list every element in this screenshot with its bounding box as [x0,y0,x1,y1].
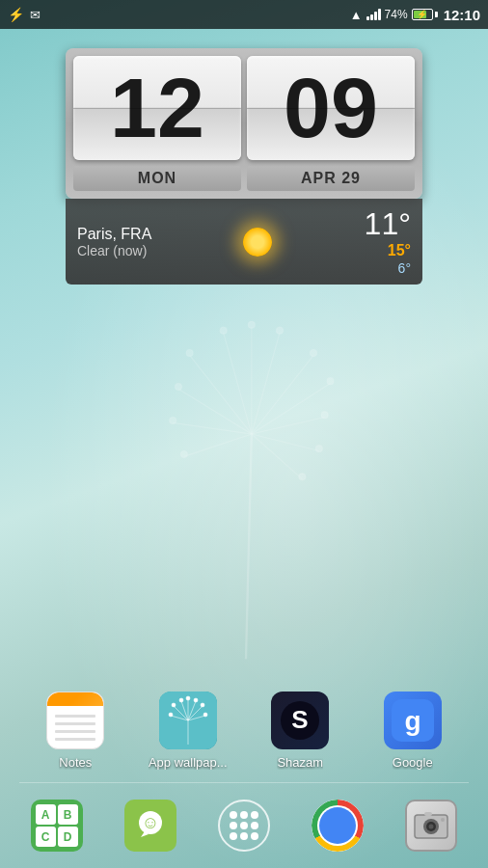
notes-line [55,715,95,718]
svg-point-16 [176,384,182,391]
abc-cell-c: C [36,827,56,847]
svg-point-40 [169,713,173,717]
weather-icon-container [231,215,285,268]
svg-point-51 [429,825,434,829]
weather-widget[interactable]: Paris, FRA Clear (now) 11° 15° 6° [66,199,422,285]
svg-text:S: S [292,705,309,734]
svg-point-38 [203,713,207,717]
abc-cell-a: A [36,804,56,825]
battery-charging-icon: ⚡ [417,10,427,19]
svg-point-18 [170,418,176,424]
svg-rect-52 [424,812,432,816]
notes-app-icon [46,692,104,749]
svg-point-24 [299,474,306,480]
svg-point-30 [179,698,183,702]
grid-dot [251,822,258,829]
clock-minutes-card: 09 [247,56,415,160]
weather-high: 15° [365,242,411,259]
clock-day-date: MON APR 29 [73,166,415,191]
dock-item-chrome[interactable] [312,800,364,852]
wallpaper-thumbnail [159,692,217,749]
svg-point-6 [248,321,255,328]
clock-hours: 12 [110,66,204,150]
google-logo: g [392,699,434,742]
messenger-app-icon: ☺ [124,800,176,852]
svg-point-20 [180,451,187,458]
notes-top-bar [47,692,103,706]
shazam-app-icon: S [271,692,329,749]
date-label: APR 29 [301,170,361,187]
notes-line [55,730,95,733]
grid-dot [251,811,258,819]
grid-dot [230,822,237,829]
dock-item-keyboard[interactable]: A B C D [31,800,83,852]
current-temp-value: 11° [365,206,411,241]
clock-hours-card: 12 [73,56,241,160]
sun-icon [231,215,285,268]
svg-text:☺: ☺ [142,813,159,832]
svg-point-53 [441,818,445,822]
dock-item-messenger[interactable]: ☺ [124,800,176,852]
notes-line [55,738,95,741]
clock-minutes: 09 [284,66,378,150]
weather-location: Paris, FRA Clear (now) [77,226,151,258]
svg-point-34 [194,698,198,702]
shazam-app-label: Shazam [277,755,323,770]
status-left-icons: ⚡ ✉ [8,7,41,22]
wifi-icon: ▲ [350,8,363,22]
shazam-logo: S [279,699,321,742]
messenger-logo: ☺ [133,808,168,843]
app-item-shazam[interactable]: S Shazam [257,692,343,770]
dock-item-camera[interactable] [405,800,457,852]
status-right: ▲ 74% ⚡ 12:10 [350,7,480,23]
dock-item-apps-grid[interactable] [218,800,270,852]
weather-condition: Clear (now) [77,243,151,258]
sun-core [243,228,272,257]
chrome-app-icon [312,800,364,852]
time-display: 12:10 [444,7,480,23]
status-bar: ⚡ ✉ ▲ 74% ⚡ 12:10 [0,0,488,29]
battery-icon: ⚡ [412,9,438,20]
grid-dot [240,822,248,829]
svg-point-2 [186,350,193,357]
app-dock: Notes App wallpap... [0,680,488,781]
keyboard-app-icon: A B C D [31,800,83,852]
app-item-google[interactable]: g Google [369,692,456,770]
date-card: APR 29 [247,166,415,191]
grid-dot [240,832,248,840]
svg-point-10 [311,350,317,357]
grid-dot [240,811,248,819]
svg-point-12 [327,378,334,385]
app-item-wallpaper[interactable]: App wallpap... [145,692,231,770]
svg-line-19 [184,434,252,456]
notes-app-label: Notes [59,755,92,770]
signal-bars [366,9,381,20]
low-temp-value: 6° [398,260,411,276]
notes-line [55,722,95,725]
abc-cell-b: B [58,804,78,825]
high-temp-value: 15° [388,242,411,258]
clock-widget[interactable]: 12 09 MON APR 29 [66,48,422,199]
day-label: MON [138,170,176,187]
svg-text:g: g [404,706,420,736]
svg-point-32 [186,696,190,700]
notes-lines [47,705,103,750]
grid-dot [251,832,258,840]
svg-point-8 [277,327,284,334]
usb-icon: ⚡ [8,7,24,22]
abc-cell-d: D [58,827,78,847]
apps-grid-icon [218,800,270,852]
app-item-notes[interactable]: Notes [32,692,119,770]
chrome-inner [319,807,356,844]
weather-temps: 11° 15° 6° [365,206,411,277]
svg-point-36 [201,703,204,707]
wallpaper-app-icon [159,692,217,749]
svg-line-1 [190,355,252,434]
grid-dot [230,811,237,819]
camera-app-icon [405,800,457,852]
clock-digits: 12 09 [73,56,415,160]
camera-logo [413,807,449,844]
bottom-dock: A B C D ☺ [0,783,488,868]
google-app-icon: g [384,692,442,749]
svg-point-14 [321,412,328,419]
